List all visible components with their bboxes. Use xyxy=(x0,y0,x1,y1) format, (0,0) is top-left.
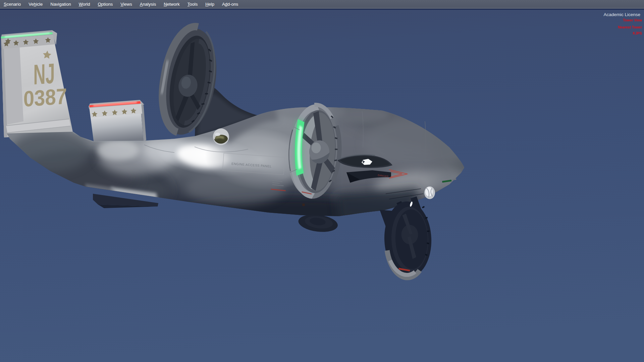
svg-text:0387: 0387 xyxy=(23,83,67,111)
